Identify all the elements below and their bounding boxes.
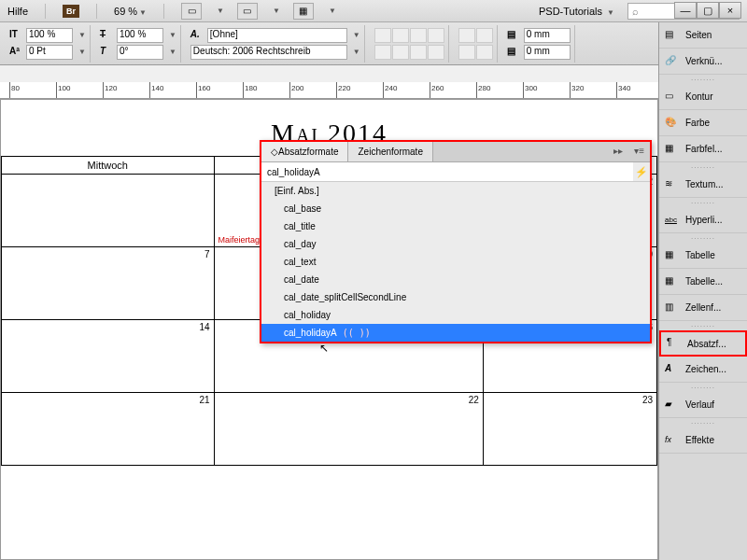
justify-center-button[interactable]	[392, 45, 409, 60]
ruler-tick-label: 100	[58, 84, 70, 92]
ruler-tick-label: 240	[385, 84, 397, 92]
holiday-label: Maifeiertag	[218, 235, 261, 245]
dock-item-farbe[interactable]: Farbe	[659, 110, 747, 136]
style-item[interactable]: cal_holidayA(( ))	[261, 324, 650, 342]
stroke-icon	[665, 91, 680, 104]
justify-right-button[interactable]	[410, 45, 427, 60]
minimize-button[interactable]: —	[674, 2, 697, 19]
dock-item-label: Tabelle	[685, 250, 715, 260]
dock-item-kontur[interactable]: Kontur	[659, 84, 747, 110]
menu-bar: Hilfe Br 69 %▼ ▭ ▼ ▭ ▼ ▦ ▼ PSD-Tutorials…	[0, 0, 747, 22]
tab-character-styles[interactable]: Zeichenformate	[348, 142, 432, 161]
calendar-cell[interactable]: 21	[2, 393, 215, 466]
align-left-button[interactable]	[374, 28, 391, 43]
chevron-down-icon: ▼	[329, 7, 336, 15]
fx-icon	[665, 434, 680, 447]
style-item[interactable]: cal_base	[261, 200, 650, 217]
char-style-dropdown[interactable]: [Ohne]	[207, 28, 347, 43]
style-list: [Einf. Abs.]cal_basecal_titlecal_daycal_…	[261, 182, 650, 342]
ruler-tick-label: 280	[478, 84, 490, 92]
para-icon	[667, 337, 682, 350]
panel-menu-button[interactable]: ▾≡	[628, 142, 650, 161]
dock-item-label: Effekte	[685, 435, 714, 445]
control-bar: IT100 %▼ Aª0 Pt▼ T100 %▼ T0°▼ A.[Ohne]▼ …	[0, 22, 747, 65]
ruler-tick-label: 160	[198, 84, 210, 92]
panel-dock: SeitenVerknü...KonturFarbeFarbfel...Text…	[658, 22, 747, 560]
align-right-button[interactable]	[410, 28, 427, 43]
dock-item-effekte[interactable]: Effekte	[659, 427, 747, 454]
calendar-cell[interactable]	[2, 175, 215, 247]
dock-item-absatzf[interactable]: Absatzf...	[659, 330, 747, 357]
inset-bottom-icon: ▤	[507, 46, 520, 59]
horizontal-scale-input[interactable]: 100 %	[26, 28, 73, 43]
view-mode-button-1[interactable]: ▭	[181, 3, 202, 20]
style-item[interactable]: cal_date	[261, 271, 650, 288]
arrange-button[interactable]: ▦	[293, 3, 314, 20]
indent-btn-2[interactable]	[476, 28, 493, 43]
rotation-input[interactable]: 0°	[117, 45, 163, 60]
inset-top-input[interactable]: 0 mm	[524, 28, 571, 43]
style-item[interactable]: cal_holiday	[261, 306, 650, 324]
ruler-tick-label: 200	[291, 84, 303, 92]
view-mode-button-2[interactable]: ▭	[237, 3, 258, 20]
dock-item-verlauf[interactable]: Verlauf	[659, 392, 747, 418]
dock-item-zellenf[interactable]: Zellenf...	[659, 295, 747, 321]
dock-item-tabelle[interactable]: Tabelle	[659, 243, 747, 269]
kerning-icon: Aª	[9, 46, 22, 59]
bridge-button[interactable]: Br	[63, 5, 79, 18]
dock-item-label: Hyperli...	[685, 215, 722, 225]
calendar-cell[interactable]: 22	[214, 393, 483, 466]
justify-left-button[interactable]	[374, 45, 391, 60]
rotation-icon: T	[100, 46, 113, 59]
style-item[interactable]: [Einf. Abs.]	[261, 182, 650, 200]
dock-separator	[659, 233, 747, 243]
style-filter-input[interactable]	[261, 162, 633, 181]
ruler-tick-label: 80	[11, 84, 20, 92]
ruler-tick-label: 340	[618, 84, 630, 92]
inset-bottom-input[interactable]: 0 mm	[524, 45, 571, 60]
wrap-icon	[665, 178, 680, 191]
chevron-down-icon: ▼	[217, 7, 224, 15]
maximize-button[interactable]: ▢	[697, 2, 719, 19]
help-menu[interactable]: Hilfe	[7, 6, 28, 17]
dock-item-verkn[interactable]: Verknü...	[659, 49, 747, 75]
style-item[interactable]: cal_day	[261, 235, 650, 253]
dock-item-label: Kontur	[685, 91, 712, 102]
table-icon	[665, 275, 680, 288]
dock-item-textum[interactable]: Textum...	[659, 172, 747, 198]
tab-paragraph-styles[interactable]: ◇ Absatzformate	[261, 142, 348, 161]
vertical-scale-icon: T	[100, 29, 113, 42]
dock-item-label: Zellenf...	[685, 302, 721, 313]
align-center-button[interactable]	[392, 28, 409, 43]
dock-item-hyperli[interactable]: Hyperli...	[659, 207, 747, 233]
indent-btn-1[interactable]	[458, 28, 475, 43]
chevron-down-icon: ▼	[139, 8, 147, 17]
cell-icon	[665, 301, 680, 315]
dock-separator	[659, 321, 747, 330]
justify-full-button[interactable]	[428, 45, 444, 60]
quick-apply-icon[interactable]: ⚡	[633, 162, 650, 181]
indent-btn-4[interactable]	[476, 45, 493, 60]
kerning-input[interactable]: 0 Pt	[26, 45, 73, 60]
dock-item-seiten[interactable]: Seiten	[659, 22, 747, 49]
dock-item-zeichen[interactable]: Zeichen...	[659, 357, 747, 383]
indent-btn-3[interactable]	[458, 45, 475, 60]
calendar-cell[interactable]: 14	[2, 320, 215, 393]
style-item[interactable]: cal_date_splitCellSecondLine	[261, 288, 650, 306]
pages-icon	[665, 29, 680, 42]
justify-button[interactable]	[428, 28, 444, 43]
dock-item-farbfel[interactable]: Farbfel...	[659, 136, 747, 162]
dock-item-tabelle[interactable]: Tabelle...	[659, 269, 747, 295]
ruler-tick-label: 260	[431, 84, 444, 92]
language-dropdown[interactable]: Deutsch: 2006 Rechtschreib	[190, 45, 347, 60]
style-item[interactable]: cal_title	[261, 217, 650, 235]
panel-collapse-button[interactable]: ▸▸	[608, 142, 628, 161]
zoom-level[interactable]: 69 %▼	[114, 6, 147, 17]
close-button[interactable]: ×	[719, 2, 741, 19]
vertical-scale-input[interactable]: 100 %	[117, 28, 163, 43]
calendar-cell[interactable]: 23	[483, 393, 656, 466]
swatch-icon	[665, 143, 680, 156]
calendar-cell[interactable]: 7	[2, 247, 215, 320]
style-item[interactable]: cal_text	[261, 253, 650, 271]
workspace-dropdown[interactable]: PSD-Tutorials ▼	[539, 6, 614, 17]
